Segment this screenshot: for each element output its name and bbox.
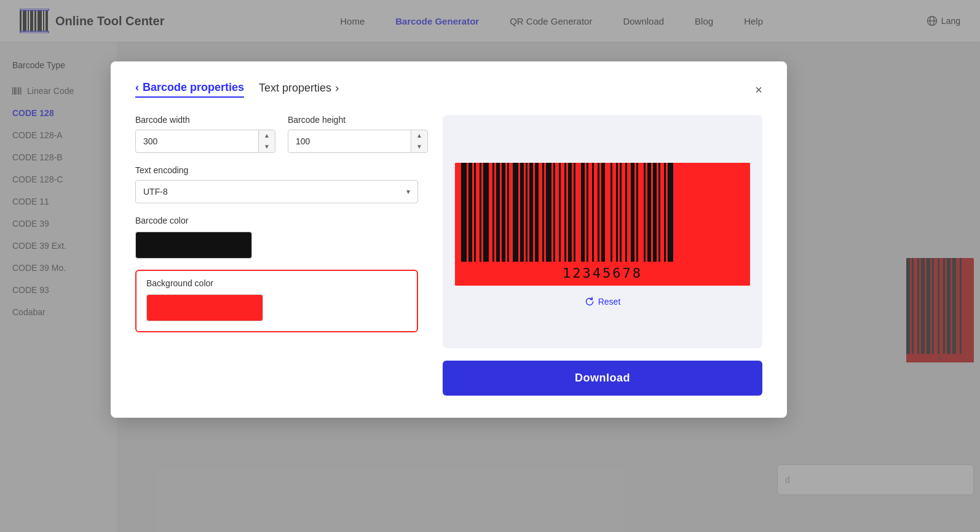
barcode-preview-area: 12345678 Reset [443, 115, 762, 348]
modal-tabs: ‹ Barcode properties Text properties › [135, 81, 339, 98]
barcode-width-down[interactable]: ▼ [259, 141, 275, 152]
modal-body: Barcode width ▲ ▼ Barcode height [135, 115, 762, 396]
download-button[interactable]: Download [443, 361, 762, 396]
barcode-width-up[interactable]: ▲ [259, 130, 275, 141]
tab-barcode-back-arrow: ‹ [135, 81, 139, 94]
barcode-bars [455, 163, 750, 262]
reset-label: Reset [598, 297, 621, 307]
tab-text-properties[interactable]: Text properties › [259, 82, 339, 97]
left-panel: Barcode width ▲ ▼ Barcode height [135, 115, 418, 396]
modal-header: ‹ Barcode properties Text properties › × [135, 81, 762, 98]
barcode-height-input[interactable] [288, 131, 411, 151]
barcode-value-text: 12345678 [455, 262, 750, 286]
barcode-color-section: Barcode color [135, 216, 418, 259]
barcode-height-input-wrap: ▲ ▼ [288, 130, 428, 153]
background-color-label: Background color [146, 278, 407, 288]
barcode-color-swatch[interactable] [135, 232, 252, 259]
barcode-height-label: Barcode height [288, 115, 428, 125]
barcode-width-label: Barcode width [135, 115, 275, 125]
tab-text-forward-arrow: › [335, 82, 339, 95]
barcode-height-down[interactable]: ▼ [411, 141, 427, 152]
barcode-width-field: Barcode width ▲ ▼ [135, 115, 275, 153]
text-encoding-label: Text encoding [135, 165, 418, 175]
barcode-width-spinner: ▲ ▼ [258, 130, 275, 152]
barcode-height-up[interactable]: ▲ [411, 130, 427, 141]
width-height-group: Barcode width ▲ ▼ Barcode height [135, 115, 418, 153]
text-encoding-select-wrap: UTF-8 ASCII ISO-8859-1 ▾ [135, 180, 418, 203]
barcode-properties-modal: ‹ Barcode properties Text properties › ×… [111, 61, 787, 418]
tab-text-properties-label: Text properties [259, 82, 331, 95]
reset-icon [585, 297, 595, 307]
text-encoding-select[interactable]: UTF-8 ASCII ISO-8859-1 [136, 181, 417, 203]
reset-button[interactable]: Reset [585, 297, 621, 307]
barcode-color-label: Barcode color [135, 216, 418, 225]
tab-barcode-properties[interactable]: ‹ Barcode properties [135, 81, 244, 98]
barcode-height-spinner: ▲ ▼ [411, 130, 427, 152]
barcode-height-field: Barcode height ▲ ▼ [288, 115, 428, 153]
background-color-swatch[interactable] [146, 294, 263, 321]
modal-close-button[interactable]: × [755, 84, 762, 96]
right-panel: 12345678 Reset Download [443, 115, 762, 396]
background-color-section: Background color [135, 270, 418, 332]
barcode-width-input-wrap: ▲ ▼ [135, 130, 275, 153]
tab-barcode-properties-label: Barcode properties [143, 81, 244, 94]
barcode-preview: 12345678 [455, 163, 750, 286]
barcode-width-input[interactable] [136, 131, 258, 151]
text-encoding-section: Text encoding UTF-8 ASCII ISO-8859-1 ▾ [135, 165, 418, 203]
